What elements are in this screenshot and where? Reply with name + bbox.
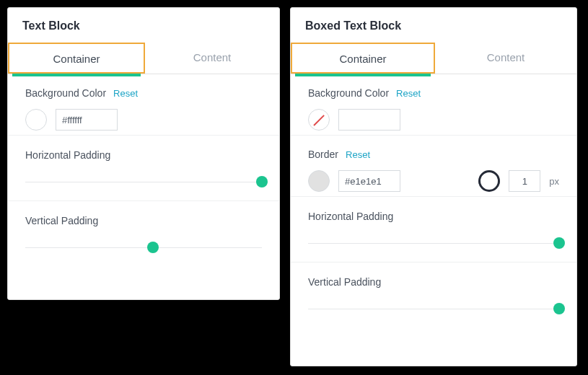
slider-track: [25, 182, 262, 182]
boxed-text-block-panel: Boxed Text Block Container Content Backg…: [290, 7, 577, 366]
tab-content[interactable]: Content: [145, 43, 279, 74]
tab-container[interactable]: Container: [8, 43, 145, 74]
slider-handle[interactable]: [553, 303, 565, 314]
vertical-padding-slider[interactable]: [25, 240, 262, 255]
background-color-section: Background Color Reset: [8, 74, 279, 135]
vertical-padding-section: Vertical Padding: [8, 200, 279, 266]
background-color-section: Background Color Reset: [291, 74, 576, 135]
slider-handle[interactable]: [147, 242, 159, 253]
background-reset[interactable]: Reset: [113, 88, 138, 99]
horizontal-padding-label: Horizontal Padding: [308, 211, 393, 222]
slider-handle[interactable]: [256, 176, 268, 188]
vertical-padding-slider[interactable]: [308, 301, 559, 316]
tab-content[interactable]: Content: [435, 43, 576, 74]
vertical-padding-label: Vertical Padding: [308, 276, 381, 288]
tabs: Container Content: [291, 43, 576, 74]
slider-track: [308, 309, 559, 309]
tabs: Container Content: [8, 43, 279, 74]
background-reset[interactable]: Reset: [396, 88, 421, 99]
text-block-panel: Text Block Container Content Background …: [7, 7, 280, 300]
horizontal-padding-section: Horizontal Padding: [8, 135, 279, 200]
background-color-input[interactable]: [338, 109, 400, 131]
vertical-padding-section: Vertical Padding: [291, 262, 576, 327]
horizontal-padding-slider[interactable]: [308, 236, 559, 250]
no-color-swatch-icon[interactable]: [308, 109, 330, 131]
border-section: Border Reset px: [291, 135, 576, 196]
panel-title: Boxed Text Block: [291, 8, 576, 43]
horizontal-padding-label: Horizontal Padding: [25, 149, 110, 161]
border-width-input[interactable]: [509, 170, 540, 192]
slider-track: [308, 243, 559, 244]
color-swatch-icon[interactable]: [25, 109, 47, 131]
border-reset[interactable]: Reset: [346, 149, 370, 160]
border-width-unit: px: [549, 176, 559, 187]
horizontal-padding-section: Horizontal Padding: [291, 196, 576, 262]
horizontal-padding-slider[interactable]: [25, 175, 262, 189]
slider-handle[interactable]: [553, 237, 565, 249]
panel-title: Text Block: [8, 8, 279, 43]
background-color-input[interactable]: [56, 109, 118, 131]
border-color-swatch-icon[interactable]: [308, 170, 330, 192]
tab-container[interactable]: Container: [291, 43, 435, 74]
background-color-label: Background Color: [308, 87, 389, 99]
vertical-padding-label: Vertical Padding: [25, 215, 98, 226]
border-color-input[interactable]: [338, 170, 400, 192]
background-color-label: Background Color: [25, 87, 106, 99]
border-style-icon[interactable]: [478, 170, 500, 192]
slider-track: [25, 247, 262, 248]
border-label: Border: [308, 149, 338, 160]
